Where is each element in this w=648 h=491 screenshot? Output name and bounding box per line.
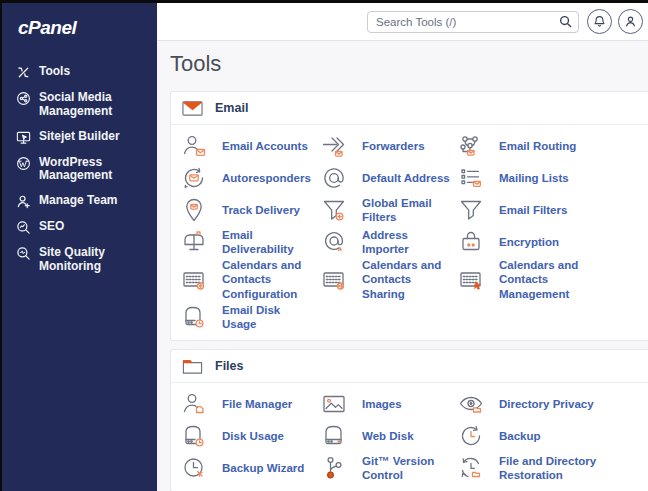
eye-folder-icon <box>458 391 484 417</box>
lock-case-icon <box>458 229 484 255</box>
list-icon <box>458 165 484 191</box>
clock-arrow-icon <box>458 423 484 449</box>
tool-item-label: Track Delivery <box>222 203 300 217</box>
git-icon <box>321 455 347 481</box>
sidebar-item-label: Tools <box>39 65 70 79</box>
calendar-gear-icon <box>181 267 207 293</box>
tool-item-address-importer[interactable]: Address Importer <box>321 226 458 258</box>
section-card-email: EmailEmail AccountsForwardersEmail Routi… <box>170 91 648 341</box>
search-icon[interactable] <box>559 15 572 28</box>
tools-icon <box>16 65 31 80</box>
person-mail-icon <box>181 133 207 159</box>
notifications-button[interactable] <box>587 9 612 34</box>
tool-item-label: Default Address <box>362 171 450 185</box>
section-title: Email <box>215 101 248 115</box>
tool-item-label: Encryption <box>499 235 559 249</box>
tool-item-git-version-control[interactable]: Git™ Version Control <box>321 452 458 484</box>
search-wrap <box>367 11 579 33</box>
sidebar-item-label: Site Quality Monitoring <box>39 246 147 274</box>
calendar-cursor-icon <box>458 267 484 293</box>
tool-item-calendars-and-contacts-sharing[interactable]: Calendars and Contacts Sharing <box>321 258 458 301</box>
tool-item-label: Backup Wizard <box>222 461 304 475</box>
tool-item-email-deliverability[interactable]: Email Deliverability <box>181 226 321 258</box>
sidebar-item-label: WordPress Management <box>39 156 147 184</box>
tool-item-track-delivery[interactable]: Track Delivery <box>181 194 321 226</box>
tool-item-label: Calendars and Contacts Management <box>499 258 621 301</box>
tool-item-calendars-and-contacts-configuration[interactable]: Calendars and Contacts Configuration <box>181 258 321 301</box>
route-icon <box>458 133 484 159</box>
tool-item-backup-wizard[interactable]: Backup Wizard <box>181 452 321 484</box>
disk-clock-icon <box>181 304 207 330</box>
tool-item-label: Images <box>362 397 402 411</box>
section-title: Files <box>215 359 244 373</box>
cpanel-logo[interactable]: cPanel <box>18 17 147 39</box>
tool-item-autoresponders[interactable]: Autoresponders <box>181 162 321 194</box>
tool-item-email-accounts[interactable]: Email Accounts <box>181 130 321 162</box>
forward-arrow-icon <box>321 133 347 159</box>
bell-icon <box>593 15 606 28</box>
disk-icon <box>321 423 347 449</box>
user-icon <box>624 15 637 28</box>
tool-item-label: File and Directory Restoration <box>499 454 621 483</box>
disk-clock-icon <box>181 423 207 449</box>
sidebar-item-tools[interactable]: Tools <box>16 61 147 84</box>
tool-item-directory-privacy[interactable]: Directory Privacy <box>458 388 648 420</box>
funnel-plus-icon <box>321 197 347 223</box>
sidebar-item-label: Manage Team <box>39 194 117 208</box>
tool-item-mailing-lists[interactable]: Mailing Lists <box>458 162 648 194</box>
tool-item-label: Forwarders <box>362 139 425 153</box>
tool-item-calendars-and-contacts-management[interactable]: Calendars and Contacts Management <box>458 258 648 301</box>
tool-item-default-address[interactable]: Default Address <box>321 162 458 194</box>
tool-item-web-disk[interactable]: Web Disk <box>321 420 458 452</box>
clock-restore-icon <box>458 455 484 481</box>
seo-icon <box>16 220 31 235</box>
tool-item-label: Directory Privacy <box>499 397 594 411</box>
image-icon <box>321 391 347 417</box>
sidebar-item-wordpress-management[interactable]: WordPress Management <box>16 152 147 188</box>
tool-item-label: File Manager <box>222 397 292 411</box>
sidebar-item-sitejet-builder[interactable]: Sitejet Builder <box>16 126 147 149</box>
tool-item-label: Calendars and Contacts Configuration <box>222 258 315 301</box>
sidebar-item-social-media-management[interactable]: Social Media Management <box>16 87 147 123</box>
tool-item-file-manager[interactable]: File Manager <box>181 388 321 420</box>
main-content: Tools EmailEmail AccountsForwardersEmail… <box>157 41 648 491</box>
sidebar-item-label: Sitejet Builder <box>39 130 120 144</box>
envelope-icon <box>182 100 203 117</box>
tool-item-forwarders[interactable]: Forwarders <box>321 130 458 162</box>
pin-mail-icon <box>181 197 207 223</box>
tool-item-label: Backup <box>499 429 541 443</box>
account-button[interactable] <box>618 9 643 34</box>
sidebar: cPanel ToolsSocial Media ManagementSitej… <box>2 3 157 491</box>
section-header: Files <box>171 350 648 383</box>
person-file-icon <box>181 391 207 417</box>
section-header: Email <box>171 92 648 125</box>
tool-item-label: Email Filters <box>499 203 567 217</box>
site-quality-icon <box>16 246 31 261</box>
tool-item-label: Web Disk <box>362 429 414 443</box>
tool-grid: Email AccountsForwardersEmail RoutingAut… <box>171 125 648 340</box>
tool-item-images[interactable]: Images <box>321 388 458 420</box>
mailbox-icon <box>181 229 207 255</box>
folder-icon <box>182 358 203 375</box>
tool-item-email-disk-usage[interactable]: Email Disk Usage <box>181 301 321 333</box>
tool-item-disk-usage[interactable]: Disk Usage <box>181 420 321 452</box>
tool-item-label: Calendars and Contacts Sharing <box>362 258 452 301</box>
tool-item-label: Global Email Filters <box>362 196 452 225</box>
tool-item-email-filters[interactable]: Email Filters <box>458 194 648 226</box>
tool-item-email-routing[interactable]: Email Routing <box>458 130 648 162</box>
tool-item-encryption[interactable]: Encryption <box>458 226 648 258</box>
tool-item-label: Email Deliverability <box>222 228 315 257</box>
sidebar-item-seo[interactable]: SEO <box>16 216 147 239</box>
clock-wand-icon <box>181 455 207 481</box>
funnel-icon <box>458 197 484 223</box>
tool-item-global-email-filters[interactable]: Global Email Filters <box>321 194 458 226</box>
sidebar-item-manage-team[interactable]: Manage Team <box>16 190 147 213</box>
tool-item-backup[interactable]: Backup <box>458 420 648 452</box>
tool-item-label: Email Routing <box>499 139 576 153</box>
tool-grid: File ManagerImagesDirectory PrivacyDisk … <box>171 383 648 491</box>
wordpress-icon <box>16 156 31 171</box>
sitejet-icon <box>16 130 31 145</box>
tool-item-file-and-directory-restoration[interactable]: File and Directory Restoration <box>458 452 648 484</box>
search-input[interactable] <box>367 11 579 33</box>
sidebar-item-site-quality-monitoring[interactable]: Site Quality Monitoring <box>16 242 147 278</box>
